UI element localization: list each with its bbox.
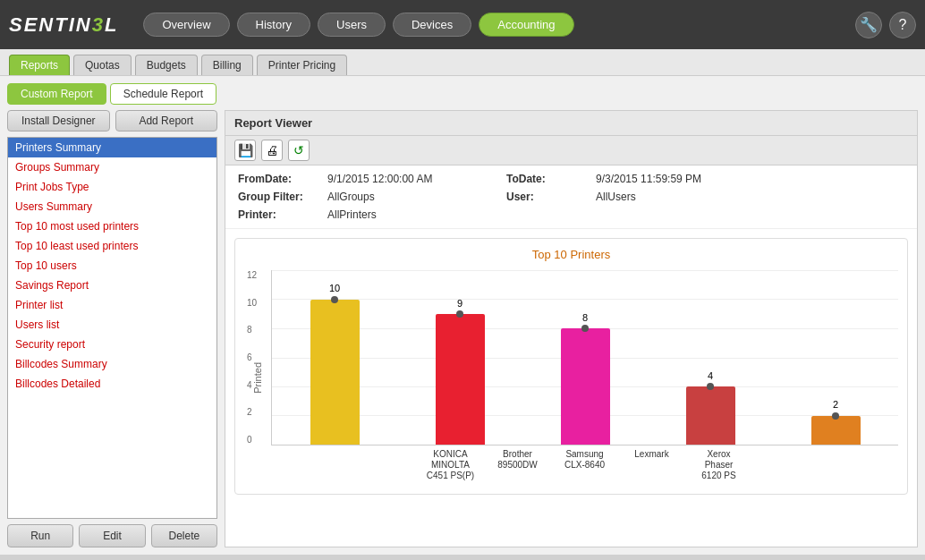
print-icon[interactable]: 🖨	[261, 140, 283, 161]
edit-button[interactable]: Edit	[79, 524, 145, 547]
bar-brother-value: 9	[457, 298, 462, 309]
list-item-users-summary[interactable]: Users Summary	[8, 197, 216, 216]
y-tick-8: 8	[247, 325, 257, 335]
x-label-xerox: Xerox Phaser 6120 PS	[694, 449, 743, 481]
action-buttons: Run Edit Delete	[7, 524, 217, 547]
chart-container: Top 10 Printers Printed	[234, 238, 908, 495]
help-icon[interactable]: ?	[889, 12, 916, 38]
list-item-savings[interactable]: Savings Report	[8, 276, 216, 295]
left-panel: Install Designer Add Report Printers Sum…	[7, 110, 217, 547]
y-tick-12: 12	[247, 270, 257, 280]
bar-lexmark-value: 4	[708, 370, 713, 381]
tab-quotas[interactable]: Quotas	[73, 55, 132, 75]
nav-history[interactable]: History	[237, 13, 310, 37]
printer-label: Printer:	[238, 208, 327, 221]
header-icons: 🔧 ?	[855, 12, 916, 38]
user-value: AllUsers	[596, 191, 775, 203]
user-label: User:	[506, 191, 596, 203]
list-item-printer-list[interactable]: Printer list	[8, 295, 216, 315]
report-meta: FromDate: 9/1/2015 12:00:00 AM ToDate: 9…	[225, 165, 917, 229]
right-panel-scroll[interactable]: FromDate: 9/1/2015 12:00:00 AM ToDate: 9…	[225, 165, 917, 547]
y-tick-2: 2	[247, 407, 257, 417]
nav-users[interactable]: Users	[318, 13, 386, 37]
x-label-konica: KONICA MINOLTAC451 PS(P)	[426, 449, 475, 481]
y-tick-10: 10	[247, 298, 257, 308]
group-filter-label: Group Filter:	[238, 191, 327, 203]
bar-samsung: 8	[531, 270, 639, 445]
delete-button[interactable]: Delete	[151, 524, 217, 547]
y-tick-6: 6	[247, 352, 257, 362]
to-date-label: ToDate:	[506, 173, 596, 185]
y-tick-0: 0	[247, 435, 257, 445]
group-filter-value: AllGroups	[327, 191, 506, 203]
bar-xerox-value: 2	[833, 399, 838, 410]
header: SENTIN3L Overview History Users Devices …	[0, 0, 925, 49]
x-label-brother: Brother 89500DW	[493, 449, 542, 481]
bar-brother: 9	[406, 270, 513, 445]
bar-konica-value: 10	[329, 283, 340, 293]
tab-reports[interactable]: Reports	[9, 55, 70, 75]
list-item-printers-summary[interactable]: Printers Summary	[8, 138, 216, 157]
bar-xerox: 2	[782, 270, 889, 445]
bar-samsung-value: 8	[582, 312, 588, 323]
bar-konica: 10	[281, 270, 388, 445]
printer-value: AllPrinters	[327, 208, 506, 221]
list-item-top10-most[interactable]: Top 10 most used printers	[8, 216, 216, 236]
save-icon[interactable]: 💾	[234, 140, 256, 161]
from-date-value: 9/1/2015 12:00:00 AM	[327, 173, 506, 185]
report-tabs: Custom Report Schedule Report	[7, 83, 918, 105]
y-tick-4: 4	[247, 380, 257, 390]
main-content: Custom Report Schedule Report Install De…	[0, 76, 925, 555]
nav-accounting[interactable]: Accounting	[479, 13, 573, 37]
install-designer-button[interactable]: Install Designer	[7, 110, 110, 132]
chart-title: Top 10 Printers	[244, 248, 898, 261]
tab-printer-pricing[interactable]: Printer Pricing	[257, 55, 347, 75]
list-item-groups-summary[interactable]: Groups Summary	[8, 157, 216, 177]
report-chart-area: Top 10 Printers Printed	[225, 229, 917, 547]
nav-overview[interactable]: Overview	[143, 13, 229, 37]
report-list: Printers Summary Groups Summary Print Jo…	[7, 137, 217, 519]
add-report-button[interactable]: Add Report	[115, 110, 218, 132]
to-date-value: 9/3/2015 11:59:59 PM	[596, 173, 775, 185]
from-date-label: FromDate:	[238, 173, 327, 185]
two-col-layout: Install Designer Add Report Printers Sum…	[7, 110, 918, 547]
tab-custom-report[interactable]: Custom Report	[7, 83, 106, 105]
list-item-top10-least[interactable]: Top 10 least used printers	[8, 236, 216, 256]
tab-billing[interactable]: Billing	[201, 55, 253, 75]
list-item-billcodes-detailed[interactable]: Billcodes Detailed	[8, 374, 216, 394]
list-item-security-report[interactable]: Security report	[8, 335, 216, 354]
list-item-billcodes-summary[interactable]: Billcodes Summary	[8, 354, 216, 374]
tab-budgets[interactable]: Budgets	[135, 55, 198, 75]
list-item-print-jobs-type[interactable]: Print Jobs Type	[8, 177, 216, 197]
report-viewer-title: Report Viewer	[225, 111, 917, 136]
tab-schedule-report[interactable]: Schedule Report	[110, 83, 216, 105]
left-buttons: Install Designer Add Report	[7, 110, 217, 132]
list-item-top10-users[interactable]: Top 10 users	[8, 256, 216, 276]
settings-icon[interactable]: 🔧	[855, 12, 882, 38]
refresh-icon[interactable]: ↺	[288, 140, 310, 161]
sub-tabs: Reports Quotas Budgets Billing Printer P…	[0, 49, 925, 76]
logo: SENTIN3L	[9, 13, 118, 37]
nav-devices[interactable]: Devices	[393, 13, 471, 37]
x-label-lexmark: Lexmark	[627, 449, 676, 481]
list-item-users-list[interactable]: Users list	[8, 315, 216, 335]
x-label-samsung: Samsung CLX-8640	[560, 449, 609, 481]
bar-lexmark: 4	[657, 270, 764, 445]
run-button[interactable]: Run	[7, 524, 73, 547]
report-toolbar: 💾 🖨 ↺	[225, 136, 917, 165]
right-panel: Report Viewer 💾 🖨 ↺ FromDate: 9/1/2015 1…	[225, 110, 918, 547]
